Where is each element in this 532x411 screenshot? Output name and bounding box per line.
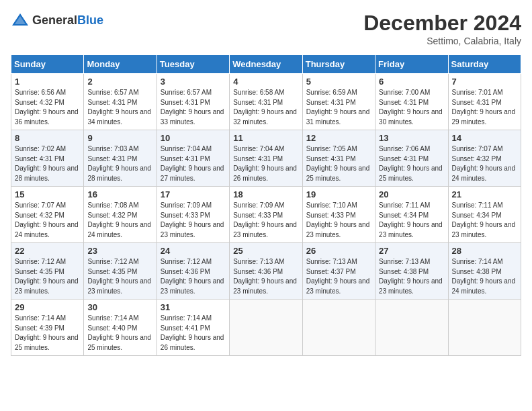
calendar-day-cell: 14Sunrise: 7:07 AMSunset: 4:32 PMDayligh… [448, 130, 521, 187]
calendar-day-cell [230, 300, 302, 356]
calendar-day-cell: 1Sunrise: 6:56 AMSunset: 4:32 PMDaylight… [11, 74, 84, 130]
calendar-day-cell: 29Sunrise: 7:14 AMSunset: 4:39 PMDayligh… [11, 300, 84, 356]
calendar-day-cell: 20Sunrise: 7:11 AMSunset: 4:34 PMDayligh… [375, 187, 448, 243]
calendar-day-cell: 11Sunrise: 7:04 AMSunset: 4:31 PMDayligh… [230, 130, 302, 187]
calendar-day-cell: 7Sunrise: 7:01 AMSunset: 4:31 PMDaylight… [448, 74, 521, 130]
calendar-day-cell [302, 300, 375, 356]
calendar-day-cell: 28Sunrise: 7:14 AMSunset: 4:38 PMDayligh… [448, 243, 521, 300]
calendar-week-row: 22Sunrise: 7:12 AMSunset: 4:35 PMDayligh… [11, 243, 521, 300]
weekday-header-monday: Monday [84, 55, 157, 74]
day-number: 17 [161, 189, 226, 199]
day-number: 7 [452, 77, 517, 87]
day-info: Sunrise: 7:11 AMSunset: 4:34 PMDaylight:… [379, 201, 444, 240]
day-info: Sunrise: 7:07 AMSunset: 4:32 PMDaylight:… [15, 201, 80, 240]
calendar-day-cell: 13Sunrise: 7:06 AMSunset: 4:31 PMDayligh… [375, 130, 448, 187]
day-info: Sunrise: 7:09 AMSunset: 4:33 PMDaylight:… [161, 201, 226, 240]
day-number: 25 [233, 246, 298, 256]
weekday-header-thursday: Thursday [302, 55, 375, 74]
day-info: Sunrise: 7:14 AMSunset: 4:40 PMDaylight:… [87, 314, 152, 353]
day-info: Sunrise: 7:07 AMSunset: 4:32 PMDaylight:… [452, 144, 517, 183]
day-number: 13 [379, 133, 444, 143]
day-number: 8 [15, 133, 80, 143]
day-info: Sunrise: 7:14 AMSunset: 4:41 PMDaylight:… [161, 314, 226, 353]
day-number: 11 [233, 133, 298, 143]
calendar-day-cell: 25Sunrise: 7:13 AMSunset: 4:36 PMDayligh… [230, 243, 302, 300]
calendar-day-cell [375, 300, 448, 356]
day-number: 4 [233, 77, 298, 87]
logo-wordmark: GeneralBlue [32, 13, 103, 28]
weekday-header-row: SundayMondayTuesdayWednesdayThursdayFrid… [11, 55, 521, 74]
calendar-week-row: 8Sunrise: 7:02 AMSunset: 4:31 PMDaylight… [11, 130, 521, 187]
month-title: December 2024 [363, 11, 521, 36]
day-number: 5 [306, 77, 371, 87]
page-header: GeneralBlue December 2024 Settimo, Calab… [11, 11, 521, 46]
day-number: 30 [87, 302, 152, 312]
calendar-day-cell: 18Sunrise: 7:09 AMSunset: 4:33 PMDayligh… [230, 187, 302, 243]
weekday-header-wednesday: Wednesday [230, 55, 302, 74]
day-number: 3 [161, 77, 226, 87]
day-number: 19 [306, 189, 371, 199]
day-number: 24 [161, 246, 226, 256]
title-block: December 2024 Settimo, Calabria, Italy [363, 11, 521, 46]
day-info: Sunrise: 7:04 AMSunset: 4:31 PMDaylight:… [233, 144, 298, 183]
day-info: Sunrise: 7:12 AMSunset: 4:36 PMDaylight:… [161, 257, 226, 296]
day-number: 23 [87, 246, 152, 256]
day-number: 6 [379, 77, 444, 87]
day-info: Sunrise: 7:04 AMSunset: 4:31 PMDaylight:… [161, 144, 226, 183]
calendar-table: SundayMondayTuesdayWednesdayThursdayFrid… [11, 54, 521, 356]
calendar-day-cell: 4Sunrise: 6:58 AMSunset: 4:31 PMDaylight… [230, 74, 302, 130]
day-number: 21 [452, 189, 517, 199]
calendar-day-cell: 3Sunrise: 6:57 AMSunset: 4:31 PMDaylight… [157, 74, 229, 130]
day-info: Sunrise: 7:01 AMSunset: 4:31 PMDaylight:… [452, 88, 517, 127]
day-info: Sunrise: 7:05 AMSunset: 4:31 PMDaylight:… [306, 144, 371, 183]
logo-icon [11, 11, 30, 30]
location: Settimo, Calabria, Italy [363, 36, 521, 46]
calendar-day-cell: 12Sunrise: 7:05 AMSunset: 4:31 PMDayligh… [302, 130, 375, 187]
day-number: 18 [233, 189, 298, 199]
day-info: Sunrise: 6:59 AMSunset: 4:31 PMDaylight:… [306, 88, 371, 127]
day-info: Sunrise: 7:08 AMSunset: 4:32 PMDaylight:… [87, 201, 152, 240]
weekday-header-saturday: Saturday [448, 55, 521, 74]
day-info: Sunrise: 7:03 AMSunset: 4:31 PMDaylight:… [87, 144, 152, 183]
day-info: Sunrise: 7:06 AMSunset: 4:31 PMDaylight:… [379, 144, 444, 183]
calendar-day-cell: 27Sunrise: 7:13 AMSunset: 4:38 PMDayligh… [375, 243, 448, 300]
calendar-day-cell: 17Sunrise: 7:09 AMSunset: 4:33 PMDayligh… [157, 187, 229, 243]
calendar-day-cell: 5Sunrise: 6:59 AMSunset: 4:31 PMDaylight… [302, 74, 375, 130]
calendar-day-cell: 30Sunrise: 7:14 AMSunset: 4:40 PMDayligh… [84, 300, 157, 356]
calendar-day-cell: 16Sunrise: 7:08 AMSunset: 4:32 PMDayligh… [84, 187, 157, 243]
calendar-day-cell: 19Sunrise: 7:10 AMSunset: 4:33 PMDayligh… [302, 187, 375, 243]
calendar-week-row: 29Sunrise: 7:14 AMSunset: 4:39 PMDayligh… [11, 300, 521, 356]
day-info: Sunrise: 6:57 AMSunset: 4:31 PMDaylight:… [161, 88, 226, 127]
day-info: Sunrise: 7:09 AMSunset: 4:33 PMDaylight:… [233, 201, 298, 240]
calendar-day-cell: 31Sunrise: 7:14 AMSunset: 4:41 PMDayligh… [157, 300, 229, 356]
day-info: Sunrise: 7:11 AMSunset: 4:34 PMDaylight:… [452, 201, 517, 240]
logo: GeneralBlue [11, 11, 103, 30]
day-info: Sunrise: 7:02 AMSunset: 4:31 PMDaylight:… [15, 144, 80, 183]
calendar-day-cell: 8Sunrise: 7:02 AMSunset: 4:31 PMDaylight… [11, 130, 84, 187]
calendar-week-row: 1Sunrise: 6:56 AMSunset: 4:32 PMDaylight… [11, 74, 521, 130]
day-info: Sunrise: 6:56 AMSunset: 4:32 PMDaylight:… [15, 88, 80, 127]
calendar-day-cell: 24Sunrise: 7:12 AMSunset: 4:36 PMDayligh… [157, 243, 229, 300]
calendar-day-cell [448, 300, 521, 356]
day-number: 28 [452, 246, 517, 256]
day-info: Sunrise: 6:57 AMSunset: 4:31 PMDaylight:… [87, 88, 152, 127]
weekday-header-sunday: Sunday [11, 55, 84, 74]
day-number: 1 [15, 77, 80, 87]
day-number: 27 [379, 246, 444, 256]
weekday-header-tuesday: Tuesday [157, 55, 229, 74]
logo-blue: Blue [77, 13, 103, 27]
day-number: 16 [87, 189, 152, 199]
day-info: Sunrise: 7:14 AMSunset: 4:39 PMDaylight:… [15, 314, 80, 353]
day-number: 9 [87, 133, 152, 143]
day-number: 31 [161, 302, 226, 312]
day-number: 15 [15, 189, 80, 199]
calendar-day-cell: 23Sunrise: 7:12 AMSunset: 4:35 PMDayligh… [84, 243, 157, 300]
day-info: Sunrise: 7:00 AMSunset: 4:31 PMDaylight:… [379, 88, 444, 127]
calendar-day-cell: 26Sunrise: 7:13 AMSunset: 4:37 PMDayligh… [302, 243, 375, 300]
day-info: Sunrise: 7:14 AMSunset: 4:38 PMDaylight:… [452, 257, 517, 296]
day-number: 29 [15, 302, 80, 312]
day-info: Sunrise: 7:10 AMSunset: 4:33 PMDaylight:… [306, 201, 371, 240]
day-number: 14 [452, 133, 517, 143]
calendar-day-cell: 22Sunrise: 7:12 AMSunset: 4:35 PMDayligh… [11, 243, 84, 300]
day-info: Sunrise: 7:13 AMSunset: 4:36 PMDaylight:… [233, 257, 298, 296]
